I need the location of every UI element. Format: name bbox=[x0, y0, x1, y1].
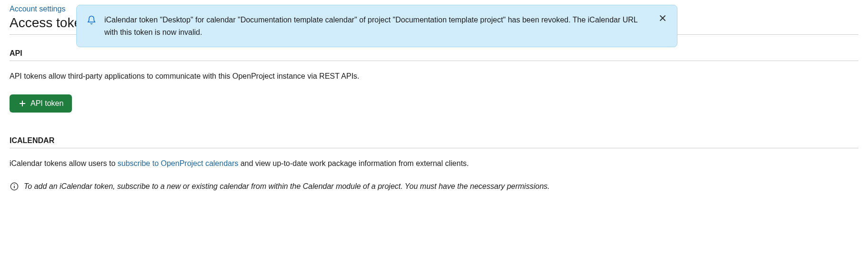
icalendar-description-pre: iCalendar tokens allow users to bbox=[10, 159, 118, 167]
bell-icon bbox=[86, 15, 97, 25]
subscribe-calendars-link[interactable]: subscribe to OpenProject calendars bbox=[118, 159, 238, 167]
api-section: API API tokens allow third-party applica… bbox=[10, 49, 858, 132]
svg-point-4 bbox=[14, 185, 15, 186]
notification-text: iCalendar token "Desktop" for calendar "… bbox=[104, 14, 653, 38]
icalendar-info-row: To add an iCalendar token, subscribe to … bbox=[10, 182, 858, 191]
api-section-heading: API bbox=[10, 49, 858, 58]
close-icon bbox=[659, 14, 666, 23]
api-section-description: API tokens allow third-party application… bbox=[10, 71, 858, 82]
icalendar-section-divider bbox=[10, 148, 858, 148]
plus-icon bbox=[18, 99, 27, 108]
info-icon bbox=[10, 182, 19, 191]
icalendar-section-description: iCalendar tokens allow users to subscrib… bbox=[10, 158, 858, 169]
icalendar-description-post: and view up-to-date work package informa… bbox=[238, 159, 469, 167]
icalendar-section: ICALENDAR iCalendar tokens allow users t… bbox=[10, 136, 858, 191]
add-api-token-button[interactable]: API token bbox=[10, 94, 72, 113]
icalendar-info-text: To add an iCalendar token, subscribe to … bbox=[24, 182, 550, 191]
api-section-divider bbox=[10, 61, 858, 61]
breadcrumb-link-account-settings[interactable]: Account settings bbox=[10, 5, 65, 13]
notification-banner: iCalendar token "Desktop" for calendar "… bbox=[76, 5, 677, 47]
icalendar-section-heading: ICALENDAR bbox=[10, 136, 858, 145]
notification-close-button[interactable] bbox=[657, 13, 668, 24]
add-api-token-button-label: API token bbox=[30, 99, 63, 108]
